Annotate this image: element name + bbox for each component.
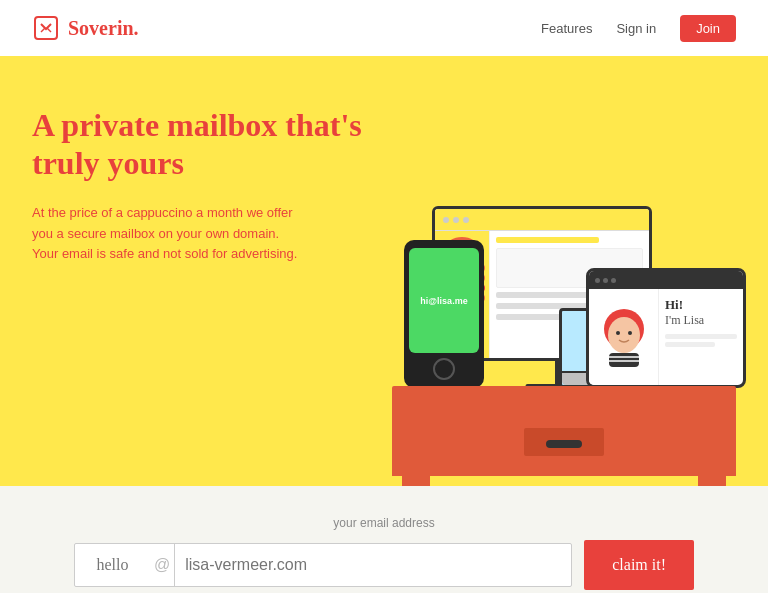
- hero-illustration: Hi! I'm Lisa hi@lisa.me: [392, 96, 736, 476]
- tablet-content: Hi! I'm Lisa: [589, 289, 743, 385]
- tablet-name-text: I'm Lisa: [665, 313, 737, 328]
- monitor-topbar: [435, 209, 649, 231]
- tablet-hi-text: Hi!: [665, 297, 737, 313]
- logo-icon: [32, 14, 60, 42]
- tablet-avatar-area: [589, 289, 659, 385]
- desk-leg-right: [698, 466, 726, 486]
- nav-signin-link[interactable]: Sign in: [616, 21, 656, 36]
- phone-home-button: [433, 358, 455, 380]
- desk-handle: [546, 440, 582, 448]
- desk-leg-left: [402, 466, 430, 486]
- hero-section: A private mailbox that's truly yours At …: [0, 56, 768, 486]
- email-form-row: @ claim it!: [74, 540, 694, 590]
- hero-title: A private mailbox that's truly yours: [32, 106, 392, 183]
- monitor-bar-1: [496, 237, 599, 243]
- at-symbol: @: [150, 556, 174, 574]
- phone-screen: hi@lisa.me: [409, 248, 479, 353]
- form-label: your email address: [32, 516, 736, 530]
- logo[interactable]: Soverin.: [32, 14, 139, 42]
- nav-join-button[interactable]: Join: [680, 15, 736, 42]
- tablet: Hi! I'm Lisa: [586, 268, 746, 388]
- tablet-dot-1: [595, 278, 600, 283]
- tablet-dot-3: [611, 278, 616, 283]
- username-input[interactable]: [75, 544, 150, 586]
- navbar: Soverin. Features Sign in Join: [0, 0, 768, 56]
- tablet-info: Hi! I'm Lisa: [659, 289, 743, 385]
- phone: hi@lisa.me: [404, 240, 484, 388]
- avatar-illustration: [599, 307, 649, 367]
- nav-links: Features Sign in Join: [541, 15, 736, 42]
- desk: [392, 386, 736, 476]
- logo-text: Soverin.: [68, 17, 139, 40]
- hero-text: A private mailbox that's truly yours At …: [32, 96, 392, 265]
- email-form-outer: @: [74, 543, 572, 587]
- monitor-dot-1: [443, 217, 449, 223]
- nav-features-link[interactable]: Features: [541, 21, 592, 36]
- monitor-dot-3: [463, 217, 469, 223]
- form-section: your email address @ claim it! your own …: [0, 486, 768, 593]
- claim-button[interactable]: claim it!: [584, 540, 694, 590]
- tablet-dot-2: [603, 278, 608, 283]
- tablet-topbar: [589, 271, 743, 289]
- tablet-line-2: [665, 342, 715, 347]
- monitor-dot-2: [453, 217, 459, 223]
- svg-point-2: [608, 317, 640, 353]
- svg-point-3: [616, 331, 620, 335]
- domain-input[interactable]: [174, 544, 571, 586]
- phone-email-text: hi@lisa.me: [420, 296, 467, 306]
- hero-subtitle: At the price of a cappuccino a month we …: [32, 203, 302, 265]
- svg-rect-5: [609, 353, 639, 367]
- tablet-line-1: [665, 334, 737, 339]
- svg-point-4: [628, 331, 632, 335]
